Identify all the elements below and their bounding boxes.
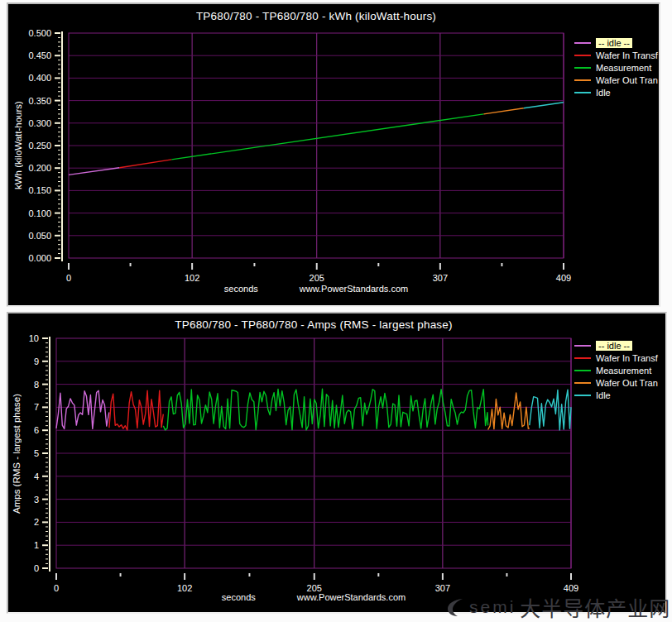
legend-label: Idle [596, 390, 611, 400]
legend-label: -- idle -- [596, 341, 632, 351]
legend-label: Wafer In Transf [596, 50, 658, 60]
legend-label: -- idle -- [596, 38, 632, 48]
svg-text:0: 0 [66, 273, 71, 283]
legend-item-idle-start: -- idle -- [574, 341, 658, 351]
svg-text:7: 7 [34, 402, 39, 412]
legend-item-wafer-in: Wafer In Transf [574, 353, 658, 363]
svg-text:0.100: 0.100 [28, 208, 51, 218]
svg-text:9: 9 [34, 356, 39, 366]
idle-end-line-swatch [574, 395, 591, 396]
semi-chinese-text: 大半导体产业网 [520, 592, 670, 622]
wafer-in-line-swatch [574, 357, 591, 359]
legend-label: Wafer In Transf [596, 353, 658, 363]
idle-start-line-swatch [574, 345, 591, 347]
power-monitor-screen: { "colors": { "panel_bg": "#000000", "gr… [0, 0, 672, 622]
powerstandards-url: www.PowerStandards.com [297, 592, 406, 602]
svg-text:0.050: 0.050 [28, 231, 51, 241]
svg-text:0.200: 0.200 [28, 163, 51, 173]
svg-text:0.350: 0.350 [28, 96, 51, 106]
kwh-plot: 0.0000.0500.1000.1500.2000.2500.3000.350… [8, 4, 659, 305]
legend-label: Wafer Out Tran [596, 378, 658, 388]
wafer-in-line-swatch [574, 55, 591, 56]
wafer-out-line-swatch [574, 79, 591, 81]
legend-item-idle-end: Idle [574, 390, 658, 400]
svg-text:8: 8 [34, 380, 39, 390]
idle-start-line-swatch [574, 42, 591, 44]
amps-legend: -- idle -- Wafer In Transf Measurement W… [574, 341, 658, 400]
amps-y-axis-label: Amps (RMS - largest phase) [10, 338, 23, 568]
idle-end-line-swatch [574, 92, 591, 93]
svg-text:205: 205 [310, 273, 324, 283]
svg-text:0.300: 0.300 [28, 118, 51, 128]
svg-text:102: 102 [185, 273, 199, 283]
legend-label: Idle [596, 88, 611, 98]
svg-text:0.400: 0.400 [28, 73, 51, 83]
semi-logo-icon [444, 596, 465, 618]
svg-text:0.450: 0.450 [28, 50, 51, 60]
svg-text:0.000: 0.000 [28, 253, 51, 263]
kwh-x-axis-unit-label: seconds [224, 284, 258, 294]
svg-text:2: 2 [34, 517, 39, 527]
svg-text:6: 6 [34, 425, 39, 435]
svg-text:10: 10 [29, 333, 39, 343]
measurement-line-swatch [574, 67, 591, 69]
legend-label: Measurement [596, 63, 651, 73]
svg-text:0.150: 0.150 [28, 185, 51, 195]
kwh-chart-title: TP680/780 - TP680/780 - kWh (kiloWatt-ho… [69, 10, 564, 22]
legend-item-measurement: Measurement [574, 366, 658, 376]
svg-text:0.250: 0.250 [28, 141, 51, 151]
semi-watermark: semi 大半导体产业网 [444, 592, 670, 622]
legend-item-idle-start: -- idle -- [574, 38, 658, 48]
svg-text:3: 3 [34, 495, 39, 505]
svg-text:4: 4 [34, 471, 39, 481]
svg-text:1: 1 [34, 540, 39, 550]
amps-plot: 0123456789100102205307409 [8, 313, 665, 612]
legend-item-wafer-out: Wafer Out Tran [574, 75, 658, 85]
svg-text:307: 307 [433, 273, 448, 283]
kwh-y-axis-label: kWh (kiloWatt-hours) [12, 33, 25, 258]
legend-item-wafer-out: Wafer Out Tran [574, 378, 658, 388]
amps-chart-panel: 0123456789100102205307409 TP680/780 - TP… [7, 312, 667, 614]
svg-text:0.500: 0.500 [28, 28, 51, 38]
svg-text:0: 0 [34, 563, 39, 573]
svg-text:5: 5 [34, 448, 39, 458]
amps-chart-title: TP680/780 - TP680/780 - Amps (RMS - larg… [56, 318, 571, 331]
measurement-line-swatch [574, 370, 591, 371]
semi-brand-text: semi [469, 597, 516, 617]
kwh-legend: -- idle -- Wafer In Transf Measurement W… [574, 38, 658, 98]
legend-label: Wafer Out Tran [596, 75, 658, 85]
legend-item-wafer-in: Wafer In Transf [574, 50, 658, 60]
wafer-out-line-swatch [574, 382, 591, 384]
kwh-footer: seconds www.PowerStandards.com [69, 284, 564, 294]
legend-item-measurement: Measurement [574, 63, 658, 73]
powerstandards-url: www.PowerStandards.com [300, 284, 408, 294]
amps-x-axis-unit-label: seconds [222, 592, 256, 602]
kwh-chart-panel: 0.0000.0500.1000.1500.2000.2500.3000.350… [7, 2, 660, 307]
svg-text:409: 409 [556, 273, 571, 283]
legend-item-idle-end: Idle [574, 88, 658, 98]
legend-label: Measurement [596, 366, 651, 376]
